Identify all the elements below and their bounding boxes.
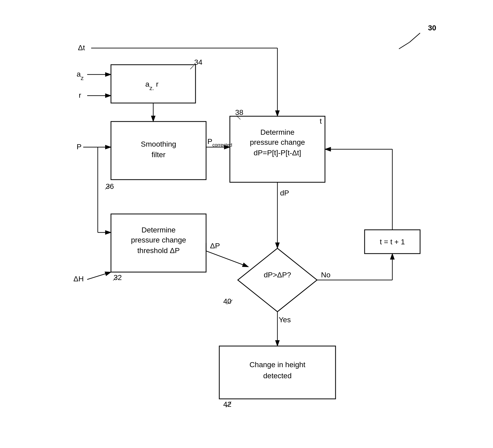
delta-p-arrow (206, 251, 248, 267)
threshold-label3: threshold ΔP (137, 246, 180, 255)
diamond-label1: dP>ΔP? (264, 271, 291, 279)
t-increment-label: t = t + 1 (380, 238, 405, 246)
no-label: No (321, 271, 331, 279)
change-height-label2: detected (263, 372, 291, 380)
change-height-label1: Change in height (249, 361, 305, 369)
yes-label: Yes (279, 316, 291, 324)
r-label: r (79, 91, 81, 99)
dh-arrow (87, 272, 111, 279)
delta-p-label: ΔP (210, 242, 220, 250)
box-34 (111, 65, 196, 103)
flowchart-diagram: 30 az r az. r 34 Smoothing filter P 36 (0, 0, 493, 448)
svg-line-2 (410, 33, 420, 42)
dp-output-label: dP (280, 189, 289, 197)
threshold-label2: pressure change (131, 236, 186, 244)
ref-34: 34 (194, 58, 202, 66)
ref-40: 40 (223, 297, 231, 305)
decision-diamond (238, 248, 317, 312)
dh-label: ΔH (73, 275, 84, 283)
ref-38: 38 (235, 108, 243, 116)
svg-line-3 (399, 42, 410, 49)
dp-label1: Determine (260, 128, 294, 136)
p-label: P (77, 143, 82, 151)
ref-30: 30 (428, 24, 436, 32)
dt-label: Δt (78, 44, 85, 52)
dp-label2: pressure change (250, 138, 305, 146)
dp-label3: dP=P[t]-P[t-Δt] (254, 149, 301, 157)
p-corrected-label: Pcorrected (207, 137, 232, 148)
ref-36: 36 (106, 182, 114, 190)
threshold-label1: Determine (141, 226, 175, 234)
smoothing-filter-label2: filter (152, 151, 166, 159)
ref-32: 32 (114, 273, 122, 282)
az-label: az (77, 70, 84, 81)
ref-42: 42 (223, 400, 231, 408)
smoothing-filter-label1: Smoothing (141, 140, 176, 148)
t-feedback-label: t (320, 117, 322, 125)
